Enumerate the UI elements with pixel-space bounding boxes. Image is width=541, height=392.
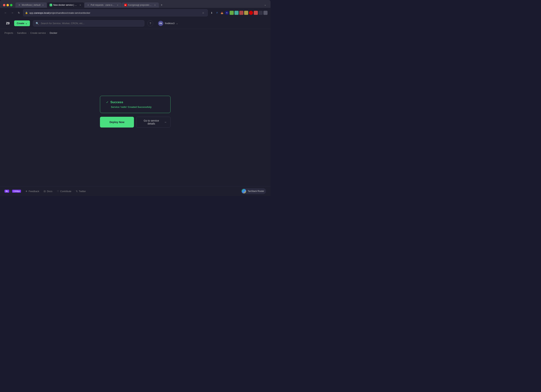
ext-icon-4[interactable] — [230, 11, 234, 15]
minimize-window-button[interactable] — [6, 4, 9, 6]
docs-label: Docs — [47, 190, 52, 193]
deploy-now-button[interactable]: Deploy Now — [100, 117, 134, 127]
breadcrumb-sandbox[interactable]: Sandbox — [17, 31, 26, 34]
ext-icon-6[interactable] — [239, 11, 243, 15]
close-window-button[interactable] — [3, 4, 5, 6]
breadcrumb-sep-2: › — [28, 31, 29, 34]
ext-icon-5[interactable] — [234, 11, 239, 15]
help-button[interactable]: ? — [147, 20, 153, 26]
footer: XL | 1344px ✈ Feedback ⊟ Docs ♡ Contribu… — [0, 186, 270, 196]
download-button[interactable]: ⬇ — [209, 10, 214, 15]
service-details-button[interactable]: Go to service details → — [136, 117, 171, 127]
ext-icon-1[interactable]: F — [215, 11, 219, 15]
breadcrumb-sep-1: › — [15, 31, 16, 34]
twitter-icon: 𝕏 — [76, 190, 78, 193]
tabs-row: ⚙ Workflows | default ✕ Z New docker ser… — [16, 2, 261, 8]
search-input[interactable] — [41, 22, 141, 25]
forward-button[interactable]: → — [10, 10, 15, 15]
search-bar[interactable]: 🔍 — [33, 20, 144, 26]
tab-pullrequests-close[interactable]: ✕ — [116, 4, 119, 6]
tabs-menu-button[interactable]: ⌄ — [263, 2, 268, 7]
tab-workflows-label: Workflows | default — [22, 4, 41, 6]
breadcrumb-projects[interactable]: Projects — [5, 31, 13, 34]
contribute-link[interactable]: ♡ Contribute — [57, 190, 71, 193]
xl-badge: XL — [5, 190, 9, 193]
ext-icon-10[interactable] — [259, 11, 263, 15]
workflows-tab-icon: ⚙ — [18, 4, 21, 6]
search-icon: 🔍 — [36, 22, 39, 25]
success-card: ✓ Success Service 'redis' Created Succes… — [100, 96, 171, 113]
address-bar[interactable]: 🔒 app.zaneops.local/project/sandbox/crea… — [23, 9, 208, 16]
ext-icon-11[interactable] — [263, 11, 268, 15]
footer-right: TanStack Router — [241, 188, 266, 194]
user-chevron-icon: ⌄ — [176, 22, 178, 25]
youtube-tab-icon: ▶ — [124, 4, 127, 6]
user-menu[interactable]: FK fredkiss3 ⌄ — [156, 20, 180, 27]
user-name: fredkiss3 — [165, 22, 174, 25]
new-tab-button[interactable]: + — [159, 2, 164, 8]
success-header: ✓ Success — [106, 100, 164, 104]
tab-docker-label: New docker service | ZaneOps — [53, 4, 78, 6]
tab-youtube[interactable]: ▶ Kurzgesagt preposterously out... ✕ — [122, 2, 159, 8]
success-message: Service 'redis' Created Successfuly — [106, 106, 164, 108]
contribute-label: Contribute — [60, 190, 71, 193]
xl-indicator: XL | 1344px — [5, 190, 21, 193]
tab-youtube-label: Kurzgesagt preposterously out... — [128, 4, 152, 6]
tab-docker-close[interactable]: ✕ — [79, 4, 82, 6]
feedback-icon: ✈ — [26, 190, 27, 193]
pullrequests-tab-icon: ⊙ — [87, 4, 89, 6]
ext-icon-8[interactable] — [249, 11, 253, 15]
back-button[interactable]: ← — [3, 10, 8, 15]
twitter-label: Twitter — [79, 190, 86, 193]
traffic-lights — [3, 4, 12, 6]
ext-icon-7[interactable] — [244, 11, 248, 15]
tab-pullrequests-label: Pull requests · zane-ops/zane-o... — [91, 4, 115, 6]
docs-icon: ⊟ — [44, 190, 46, 193]
breadcrumb-docker: Docker — [50, 31, 57, 34]
app-wrapper: ZO Create ⌄ 🔍 ? FK fredkiss3 ⌄ Projects … — [0, 18, 270, 196]
tanstack-badge[interactable]: TanStack Router — [241, 188, 266, 194]
divider-line: | — [10, 190, 11, 193]
bookmark-button[interactable]: ☆ — [201, 10, 206, 15]
app-header: ZO Create ⌄ 🔍 ? FK fredkiss3 ⌄ — [0, 18, 270, 29]
tanstack-label: TanStack Router — [248, 190, 264, 193]
navigation-bar: ← → ↻ 🔒 app.zaneops.local/project/sandbo… — [0, 8, 270, 18]
tanstack-icon — [242, 189, 246, 193]
success-title: Success — [110, 100, 123, 104]
app-logo: ZO — [5, 20, 11, 27]
feedback-label: Feedback — [29, 190, 39, 193]
extension-icons: F 📤 N — [215, 11, 268, 15]
maximize-window-button[interactable] — [10, 4, 12, 6]
docker-tab-icon: Z — [50, 4, 52, 6]
arrow-right-icon: → — [164, 121, 167, 124]
breadcrumb-sep-3: › — [47, 31, 48, 34]
ext-icon-2[interactable]: 📤 — [220, 11, 224, 15]
address-text: app.zaneops.local/project/sandbox/create… — [29, 11, 199, 14]
check-icon: ✓ — [106, 100, 109, 104]
nav-actions: ⬇ F 📤 N — [209, 10, 268, 15]
create-button[interactable]: Create ⌄ — [14, 20, 30, 26]
twitter-link[interactable]: 𝕏 Twitter — [76, 190, 86, 193]
breadcrumb-create-service[interactable]: Create service — [30, 31, 46, 34]
ext-icon-9[interactable] — [254, 11, 258, 15]
tab-pullrequests[interactable]: ⊙ Pull requests · zane-ops/zane-o... ✕ — [84, 2, 121, 8]
user-avatar: FK — [158, 21, 163, 26]
action-buttons: Deploy Now Go to service details → — [100, 117, 171, 127]
tabs-right-controls: ⌄ — [263, 2, 268, 8]
ext-icon-3[interactable]: N — [225, 11, 229, 15]
px-badge: 1344px — [12, 190, 21, 193]
tab-workflows[interactable]: ⚙ Workflows | default ✕ — [16, 2, 47, 8]
docs-link[interactable]: ⊟ Docs — [44, 190, 52, 193]
security-icon: 🔒 — [25, 11, 28, 14]
breadcrumb: Projects › Sandbox › Create service › Do… — [0, 29, 270, 37]
contribute-icon: ♡ — [57, 190, 59, 193]
reload-button[interactable]: ↻ — [16, 10, 21, 15]
main-content: ✓ Success Service 'redis' Created Succes… — [0, 37, 270, 186]
create-chevron-icon: ⌄ — [25, 22, 27, 25]
tab-workflows-close[interactable]: ✕ — [42, 4, 44, 6]
feedback-link[interactable]: ✈ Feedback — [26, 190, 39, 193]
tab-youtube-close[interactable]: ✕ — [154, 4, 156, 6]
tab-docker[interactable]: Z New docker service | ZaneOps ✕ — [47, 2, 84, 8]
